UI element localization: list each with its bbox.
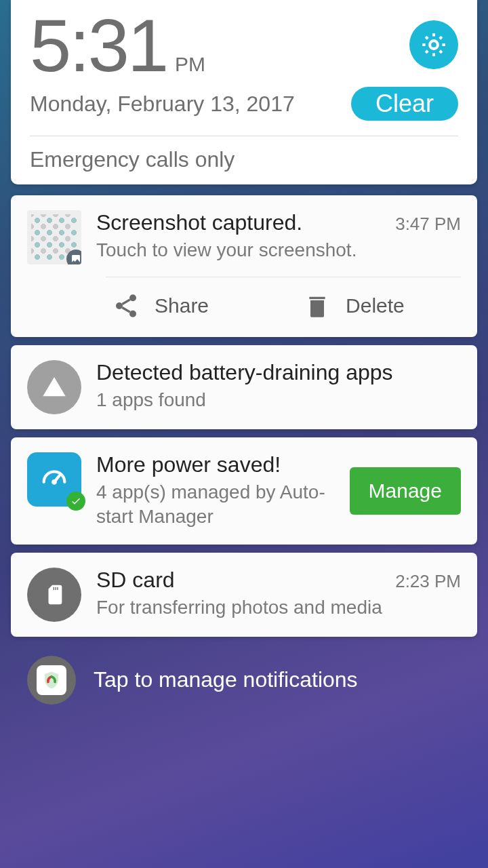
- notification-battery-drain[interactable]: Detected battery-draining apps 1 apps fo…: [11, 345, 477, 429]
- settings-button[interactable]: [409, 20, 458, 69]
- screenshot-thumbnail: [27, 210, 81, 264]
- sd-card-icon: [27, 568, 81, 622]
- notification-subtitle: Touch to view your screenshot.: [96, 238, 461, 262]
- notification-title: More power saved!: [96, 452, 335, 477]
- notification-subtitle: For transferring photos and media: [96, 595, 461, 620]
- delete-label: Delete: [346, 294, 405, 317]
- clock-ampm: PM: [175, 53, 205, 76]
- notification-sd-card[interactable]: SD card 2:23 PM For transferring photos …: [11, 553, 477, 637]
- notification-screenshot[interactable]: Screenshot captured. 3:47 PM Touch to vi…: [11, 195, 477, 337]
- notification-time: 2:23 PM: [395, 571, 461, 592]
- notification-subtitle: 1 apps found: [96, 388, 461, 412]
- notification-title: SD card: [96, 568, 175, 593]
- battery-warning-icon: [27, 360, 81, 414]
- notification-power-saved[interactable]: More power saved! 4 app(s) managed by Au…: [11, 437, 477, 545]
- network-status: Emergency calls only: [30, 147, 458, 172]
- manage-notifications-row[interactable]: Tap to manage notifications: [11, 645, 477, 715]
- share-icon: [113, 292, 140, 319]
- svg-point-1: [129, 294, 136, 301]
- date-label: Monday, February 13, 2017: [30, 92, 295, 117]
- svg-point-0: [430, 41, 438, 49]
- trash-icon: [304, 292, 331, 319]
- notification-title: Detected battery-draining apps: [96, 360, 461, 385]
- manage-button[interactable]: Manage: [350, 467, 461, 515]
- svg-point-2: [116, 302, 123, 309]
- delete-action[interactable]: Delete: [304, 292, 405, 319]
- divider: [30, 136, 458, 136]
- manage-notifications-label: Tap to manage notifications: [94, 667, 358, 692]
- clear-button[interactable]: Clear: [351, 87, 458, 121]
- svg-point-3: [129, 311, 136, 317]
- share-action[interactable]: Share: [113, 292, 209, 319]
- image-badge-icon: [66, 250, 81, 264]
- notification-title: Screenshot captured.: [96, 210, 302, 235]
- autostart-manager-icon: [27, 452, 81, 507]
- check-badge-icon: [66, 492, 85, 511]
- clock-block: 5:31 PM: [30, 8, 205, 83]
- notification-time: 3:47 PM: [395, 214, 461, 235]
- notification-shade-header: 5:31 PM Monday, February 13, 2017 Clear …: [11, 0, 477, 184]
- notification-subtitle: 4 app(s) managed by Auto-start Manager: [96, 480, 335, 530]
- shield-icon-wrapper: [27, 656, 76, 705]
- share-label: Share: [155, 294, 209, 317]
- gear-icon: [419, 30, 449, 60]
- clock-time: 5:31: [30, 8, 167, 83]
- shield-icon: [37, 665, 66, 695]
